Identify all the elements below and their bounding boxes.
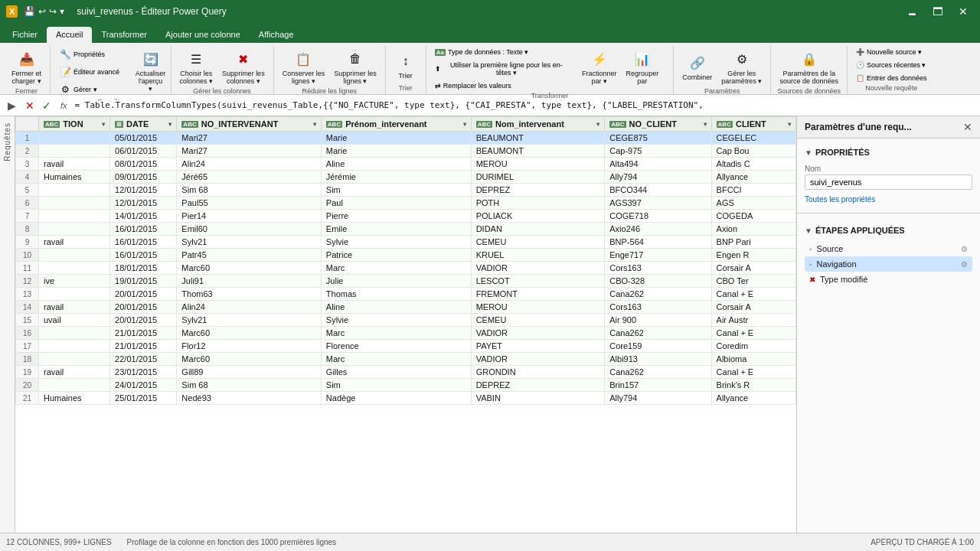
split-button[interactable]: ⚡ Fractionner par ▾ xyxy=(578,46,621,87)
cell-no-client: BNP-564 xyxy=(605,236,711,249)
ribbon-group-label-sources: Sources de données xyxy=(777,87,841,97)
table-row[interactable]: 18 22/01/2015 Marc60 Marc VADIOR Albi913… xyxy=(16,353,796,366)
cell-prenom: Sim xyxy=(321,379,471,392)
ribbon-group-transformer: Aa Type de données : Texte ▾ ⬆ Utiliser … xyxy=(426,46,675,94)
row-number: 3 xyxy=(16,158,39,171)
name-field: Nom xyxy=(805,165,972,190)
table-row[interactable]: 3 ravail 08/01/2015 Alin24 Aline MEROU A… xyxy=(16,158,796,171)
advanced-editor-button[interactable]: 📝 Éditeur avancé xyxy=(55,64,131,80)
tab-ajouter-colonne[interactable]: Ajouter une colonne xyxy=(156,27,250,43)
col-header-tion[interactable]: ABC TION ▾ xyxy=(39,117,110,132)
cell-no-int: Mari27 xyxy=(177,145,321,158)
properties-section-header[interactable]: ▼ PROPRIÉTÉS xyxy=(805,145,972,160)
table-row[interactable]: 12 ive 19/01/2015 Juli91 Julie LESCOT CB… xyxy=(16,275,796,288)
tab-transformer[interactable]: Transformer xyxy=(92,27,156,43)
data-area: ABC TION ▾ ⊞ DATE ▾ xyxy=(15,116,796,533)
cell-date: 18/01/2015 xyxy=(110,262,177,275)
sidebar-toggle[interactable]: Requêtes xyxy=(0,116,15,533)
table-row[interactable]: 8 16/01/2015 Emil60 Emile DIDAN Axio246 … xyxy=(16,223,796,236)
right-panel-title: Paramètres d'une requ... xyxy=(805,122,912,132)
table-row[interactable]: 7 14/01/2015 Pier14 Pierre POLIACK COGE7… xyxy=(16,210,796,223)
row-number: 5 xyxy=(16,184,39,197)
formula-expand-button[interactable]: ▶ xyxy=(5,99,19,112)
remove-rows-button[interactable]: 🗑 Supprimer les lignes ▾ xyxy=(330,46,381,87)
split-icon: ⚡ xyxy=(589,48,610,70)
all-properties-link[interactable]: Toutes les propriétés xyxy=(805,195,875,204)
table-row[interactable]: 10 16/01/2015 Patr45 Patrice KRUEL Enge7… xyxy=(16,249,796,262)
table-row[interactable]: 9 ravail 16/01/2015 Sylv21 Sylvie CEMEU … xyxy=(16,236,796,249)
table-row[interactable]: 4 Humaines 09/01/2015 Jéré65 Jérémie DUR… xyxy=(16,171,796,184)
group-by-button[interactable]: 📊 Regrouper par xyxy=(622,46,663,87)
cell-date: 20/01/2015 xyxy=(110,288,177,301)
table-row[interactable]: 1 05/01/2015 Mari27 Marie BEAUMONT CEGE8… xyxy=(16,132,796,145)
cell-nom: GRONDIN xyxy=(471,366,605,379)
source-params-button[interactable]: 🔒 Paramètres de la source de données xyxy=(776,46,842,87)
maximize-button[interactable]: 🗖 xyxy=(926,5,949,18)
table-row[interactable]: 5 12/01/2015 Sim 68 Sim DEPREZ BFCO344 B… xyxy=(16,184,796,197)
close-load-button[interactable]: 📥 Fermer et charger ▾ xyxy=(8,46,45,87)
steps-section-header[interactable]: ▼ ÉTAPES APPLIQUÉES xyxy=(805,223,972,238)
refresh-button[interactable]: 🔄 Actualiser l'aperçu ▾ xyxy=(136,46,166,95)
ribbon-group-lignes: 📋 Conserver les lignes ▾ 🗑 Supprimer les… xyxy=(274,46,386,94)
table-row[interactable]: 20 24/01/2015 Sim 68 Sim DEPREZ Brin157 … xyxy=(16,379,796,392)
cell-nom: VADIOR xyxy=(471,262,605,275)
step-gear-icon[interactable]: ⚙ xyxy=(961,245,968,253)
properties-button[interactable]: 🔧 Propriétés xyxy=(55,46,131,63)
step-item[interactable]: ◦ Source ⚙ xyxy=(805,241,972,256)
table-row[interactable]: 2 06/01/2015 Mari27 Marie BEAUMONT Cap-9… xyxy=(16,145,796,158)
recent-sources-button[interactable]: 🕐 Sources récentes ▾ xyxy=(852,59,931,71)
table-wrapper[interactable]: ABC TION ▾ ⊞ DATE ▾ xyxy=(15,116,796,533)
cell-no-int: Gill89 xyxy=(177,366,321,379)
formula-confirm-button[interactable]: ✓ xyxy=(41,99,53,112)
choose-cols-button[interactable]: ☰ Choisir les colonnes ▾ xyxy=(176,46,217,87)
col-header-nom[interactable]: ABC Nom_intervenant ▾ xyxy=(471,117,605,132)
data-type-button[interactable]: Aa Type de données : Texte ▾ xyxy=(431,46,573,58)
keep-rows-button[interactable]: 📋 Conserver les lignes ▾ xyxy=(279,46,329,87)
cell-no-client: Cana262 xyxy=(605,288,711,301)
col-header-no-client[interactable]: ABC NO_CLIENT ▾ xyxy=(605,117,711,132)
enter-data-button[interactable]: 📋 Entrer des données xyxy=(852,72,931,84)
replace-values-button[interactable]: ⇄ Remplacer les valeurs xyxy=(431,80,573,92)
cell-prenom: Emile xyxy=(321,223,471,236)
cell-no-int: Sylv21 xyxy=(177,314,321,327)
cell-nom: PAYET xyxy=(471,340,605,353)
table-row[interactable]: 13 20/01/2015 Thom63 Thomas FREMONT Cana… xyxy=(16,288,796,301)
close-button[interactable]: ✕ xyxy=(952,5,974,18)
right-panel-close-button[interactable]: ✕ xyxy=(963,121,972,133)
table-row[interactable]: 15 uvail 20/01/2015 Sylv21 Sylvie CEMEU … xyxy=(16,314,796,327)
title-bar: X 💾 ↩ ↪ ▾ suivi_revenus - Éditeur Power … xyxy=(0,0,980,23)
step-gear-icon[interactable]: ⚙ xyxy=(961,260,968,269)
col-header-prenom[interactable]: ABC Prénom_intervenant ▾ xyxy=(321,117,471,132)
manage-params-button[interactable]: ⚙ Gérer les paramètres ▾ xyxy=(717,46,766,87)
table-row[interactable]: 16 21/01/2015 Marc60 Marc VADIOR Cana262… xyxy=(16,327,796,340)
table-row[interactable]: 19 ravail 23/01/2015 Gill89 Gilles GROND… xyxy=(16,366,796,379)
combine-button[interactable]: 🔗 Combiner xyxy=(678,50,716,83)
step-item[interactable]: ✖ Type modifié xyxy=(805,272,972,287)
new-source-button[interactable]: ➕ Nouvelle source ▾ xyxy=(852,46,931,58)
cell-nom: BEAUMONT xyxy=(471,145,605,158)
cell-nom: DURIMEL xyxy=(471,171,605,184)
table-row[interactable]: 17 21/01/2015 Flor12 Florence PAYET Core… xyxy=(16,340,796,353)
step-item[interactable]: ◦ Navigation ⚙ xyxy=(805,256,972,272)
cell-prenom: Sylvie xyxy=(321,314,471,327)
cell-no-int: Patr45 xyxy=(177,249,321,262)
sort-button[interactable]: ↕ Trier xyxy=(390,48,421,82)
table-row[interactable]: 11 18/01/2015 Marc60 Marc VADIOR Cors163… xyxy=(16,262,796,275)
col-header-date[interactable]: ⊞ DATE ▾ xyxy=(110,117,177,132)
table-row[interactable]: 14 ravail 20/01/2015 Alin24 Aline MEROU … xyxy=(16,301,796,314)
minimize-button[interactable]: 🗕 xyxy=(900,5,923,18)
formula-input[interactable] xyxy=(75,100,975,110)
table-row[interactable]: 21 Humaines 25/01/2015 Nedé93 Nadège VAB… xyxy=(16,392,796,405)
tab-affichage[interactable]: Affichage xyxy=(250,27,303,43)
manage-button[interactable]: ⚙ Gérer ▾ xyxy=(55,81,131,98)
formula-cancel-button[interactable]: ✕ xyxy=(24,99,36,112)
col-header-no-intervenant[interactable]: ABC NO_INTERVENANT ▾ xyxy=(177,117,321,132)
table-row[interactable]: 6 12/01/2015 Paul55 Paul POTH AGS397 AGS xyxy=(16,197,796,210)
tab-fichier[interactable]: Fichier xyxy=(3,27,47,43)
name-input[interactable] xyxy=(805,174,972,190)
row-number: 1 xyxy=(16,132,39,145)
remove-cols-button[interactable]: ✖ Supprimer les colonnes ▾ xyxy=(218,46,269,87)
tab-accueil[interactable]: Accueil xyxy=(47,27,92,43)
first-row-header-button[interactable]: ⬆ Utiliser la première ligne pour les en… xyxy=(431,59,573,79)
col-header-client[interactable]: ABC CLIENT ▾ xyxy=(711,117,795,132)
